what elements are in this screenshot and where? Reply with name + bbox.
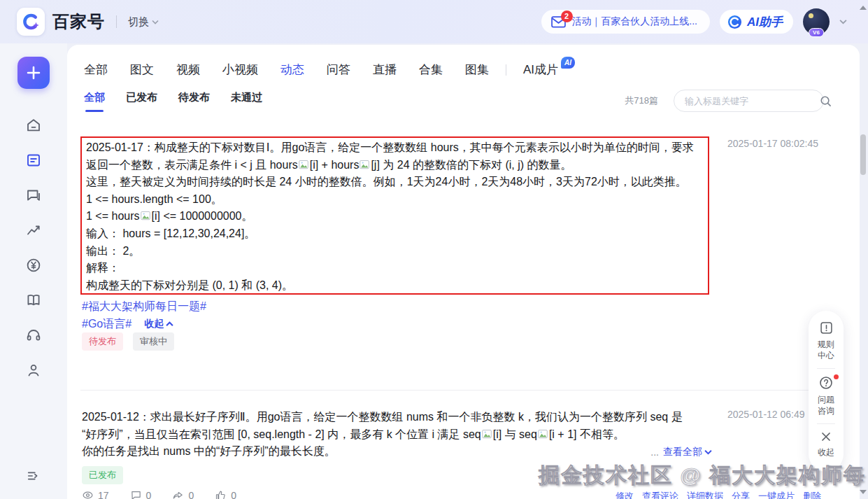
tab-问答[interactable]: 问答 [327,62,350,78]
sidebar-item-home[interactable] [25,117,42,134]
avatar-level-badge: V6 [809,28,824,37]
home-icon [25,117,42,134]
sidebar-item-account[interactable] [25,362,42,379]
post-content-highlight-box[interactable]: 2025-01-17：构成整天的下标对数目Ⅰ。用go语言，给定一个整数数组 ho… [80,136,709,295]
content-line: “好序列”，当且仅当在索引范围 [0, seq.length - 2] 内，最多… [82,426,712,444]
sidebar-item-academy[interactable] [25,292,42,309]
action-delete[interactable]: 删除 [803,490,821,499]
rule-center-button[interactable]: 规则中心 [817,321,835,361]
tab-动态[interactable]: 动态 [280,62,304,78]
sidebar-collapse-button[interactable] [26,468,41,484]
sidebar-item-service[interactable] [25,327,42,344]
sidebar-item-content[interactable] [25,152,42,169]
post-content[interactable]: 2025-01-12：求出最长好子序列Ⅱ。用go语言，给定一个整数数组 nums… [82,409,712,461]
subtab-已发布[interactable]: 已发布 [126,91,157,112]
sidebar-item-interaction[interactable] [25,187,42,204]
chart-trend-icon [25,222,42,239]
tab-合集[interactable]: 合集 [419,62,443,78]
tab-全部[interactable]: 全部 [84,62,108,78]
view-all-link[interactable]: 查看全部 [663,446,712,458]
topic-tag[interactable]: #Go语言# [82,318,131,330]
help-float-panel: 规则中心 问题咨询 收起 [809,311,844,472]
search-input[interactable] [674,96,813,106]
content-type-tabs: 全部图文视频小视频动态问答直播合集图集 [84,62,511,78]
sidebar-item-income[interactable] [25,257,42,274]
activity-notice-button[interactable]: 2 活动｜百家合伙人活动上线... [541,10,710,34]
action-modify[interactable]: 修改 [616,490,634,499]
content-line: 2025-01-17：构成整天的下标对数目Ⅰ。用go语言，给定一个整数数组 ho… [86,139,704,157]
question-consult-label: 问题咨询 [817,394,835,416]
scrollbar-up-arrow[interactable] [860,6,867,10]
yuan-coin-icon [25,257,42,274]
sidebar-nav [25,117,42,379]
scrollbar-thumb[interactable] [860,134,866,175]
action-share[interactable]: 分享 [732,490,750,499]
stat-value: 0 [188,490,194,499]
search-icon [820,95,832,107]
tab-直播[interactable]: 直播 [373,62,397,78]
tab-ai-video[interactable]: AI成片 AI [523,62,575,78]
tabs-divider [506,64,506,76]
rule-exclamation-icon [820,321,833,335]
tab-视频[interactable]: 视频 [176,62,200,78]
status-filter-tabs: 全部已发布待发布未通过 [84,91,283,112]
question-consult-button[interactable]: 问题咨询 [817,376,835,416]
stat-comments: 0 [130,489,152,499]
create-post-button[interactable] [17,57,50,89]
tab-小视频[interactable]: 小视频 [222,62,258,78]
question-icon [819,376,833,390]
collapse-sidebar-icon [26,468,41,484]
broken-image-icon [482,429,492,440]
switch-account-button[interactable]: 切换 [128,15,159,29]
action-detail-data[interactable]: 详细数据 [687,490,723,499]
post-timestamp: 2025-01-12 06:49 [727,409,805,420]
baijiahao-logo-icon[interactable] [17,8,45,36]
content-line: 你的任务是找出 nums 中的“好子序列”的最长长度。 [82,443,712,461]
action-view-comments[interactable]: 查看评论 [642,490,678,499]
content-line: 这里，整天被定义为时间持续的时长是 24 小时的整数倍。例如，1天为24小时，2… [86,174,704,191]
topic-tag[interactable]: #福大大架构师每日一题# [82,300,206,312]
stat-value: 0 [146,490,152,499]
ai-assistant-button[interactable]: AI助手 [720,10,793,34]
headset-icon [25,327,42,344]
post-status-badges: 已发布 [82,466,123,484]
notification-dot [834,374,839,379]
avatar-chevron-down-icon[interactable] [839,19,847,24]
chevron-down-icon [152,20,159,24]
collapse-panel-button[interactable]: 收起 [817,431,835,458]
content-line: 输出： 2。 [86,243,704,260]
rule-center-label: 规则中心 [817,339,835,361]
activity-notice-text: 活动｜百家合伙人活动上线... [572,15,697,28]
ai-assistant-label: AI助手 [747,14,783,30]
action-one-click-video[interactable]: 一键成片 [758,490,795,499]
switch-label: 切换 [128,15,149,29]
user-icon [25,362,42,379]
sidebar-item-statistics[interactable] [25,222,42,239]
notice-count-badge: 2 [561,10,573,22]
broken-image-icon [299,160,309,170]
ai-badge-icon: AI [561,57,575,69]
post-status-badges: 待发布审核中 [82,332,174,351]
close-icon [820,431,832,442]
subtab-未通过[interactable]: 未通过 [231,91,262,112]
search-button[interactable] [813,95,840,107]
subtab-待发布[interactable]: 待发布 [178,91,210,112]
content-line: 返回一个整数，表示满足条件 i < j 且 hours[i] + hours[j… [86,157,704,174]
stat-views: 17 [82,489,109,499]
shares-icon [172,489,184,499]
content-line: 1 <= hours[i] <= 1000000000。 [86,208,704,225]
top-header: 百家号 切换 2 活动｜百家合伙人活动上线... [0,0,868,43]
stat-likes: 0 [215,489,236,499]
subtab-全部[interactable]: 全部 [84,91,105,112]
tab-图集[interactable]: 图集 [465,62,489,78]
page-scrollbar[interactable] [859,0,867,499]
stat-value: 17 [98,490,109,499]
scrollbar-down-arrow[interactable] [860,490,867,494]
collapse-content-link[interactable]: 收起 [144,315,173,332]
post-actions: 修改查看评论详细数据分享一键成片删除 [616,490,821,499]
panel-divider [817,368,835,369]
tab-图文[interactable]: 图文 [130,62,154,78]
comments-icon [130,489,142,499]
user-avatar[interactable]: V6 [803,8,830,35]
content-manage-icon [25,152,42,169]
